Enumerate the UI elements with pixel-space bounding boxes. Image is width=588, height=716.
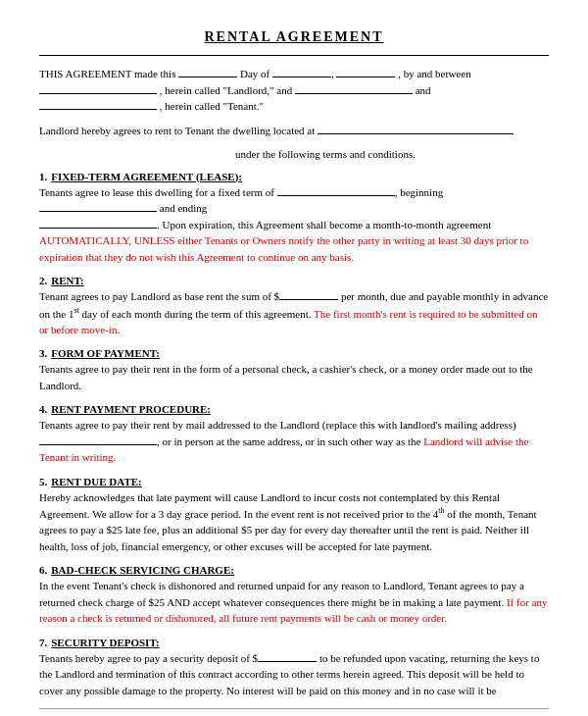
section-2-title: RENT: <box>51 275 83 286</box>
section-6a-red: If for any reason a check is returned or… <box>39 596 547 625</box>
dwelling-address-field <box>318 123 514 134</box>
section-7-title: SECURITY DEPOSIT: <box>51 637 159 648</box>
section-5-num: 5. <box>39 476 47 487</box>
section-1-red: AUTOMATICALLY, UNLESS either Tenants or … <box>39 234 528 263</box>
title-divider <box>39 55 549 56</box>
lease-start-field <box>39 200 157 212</box>
section-1-title: FIXED-TERM AGREEMENT (LEASE): <box>51 171 242 182</box>
section-1: 1. FIXED-TERM AGREEMENT (LEASE): Tenants… <box>39 171 549 266</box>
section-4-title: RENT PAYMENT PROCEDURE: <box>51 403 211 415</box>
section-2: 2. RENT: Tenant agrees to pay Landlord a… <box>39 275 549 337</box>
section-2-body: Tenant agrees to pay Landlord as base re… <box>39 288 549 337</box>
document-title-section: RENTAL AGREEMENT <box>39 29 549 45</box>
section-1-num: 1. <box>39 171 47 182</box>
intro-and2: and <box>416 84 431 96</box>
document-title: RENTAL AGREEMENT <box>39 29 549 45</box>
intro-paragraph-2: Landlord hereby agrees to rent to Tenant… <box>39 123 549 139</box>
intro-text-1: THIS AGREEMENT made this <box>39 68 175 79</box>
section-4-num: 4. <box>39 403 47 415</box>
intro-herein-tenant: , herein called "Tenant." <box>160 100 264 112</box>
section-5-body: Hereby acknowledges that late payment wi… <box>39 489 549 555</box>
section-7-body: Tenants hereby agree to pay a security d… <box>39 650 549 699</box>
section-5: 5. RENT DUE DATE: Hereby acknowledges th… <box>39 476 549 555</box>
section-3-num: 3. <box>39 347 47 359</box>
section-7: 7. SECURITY DEPOSIT: Tenants hereby agre… <box>39 637 549 699</box>
section-2-num: 2. <box>39 275 47 286</box>
intro-paragraph: THIS AGREEMENT made this Day of , , by a… <box>39 66 549 115</box>
intro-text-4: , herein called "Landlord," and <box>160 84 292 96</box>
intro-text-3: , by and between <box>398 68 471 79</box>
section-5-header: 5. RENT DUE DATE: <box>39 476 549 487</box>
deposit-amount-field <box>258 650 317 662</box>
tenant-name-field-1 <box>295 82 413 94</box>
section-4-header: 4. RENT PAYMENT PROCEDURE: <box>39 403 549 415</box>
intro-paragraph-3: under the following terms and conditions… <box>39 146 549 163</box>
section-2-red: The first month's rent is required to be… <box>39 307 537 335</box>
section-6a-header: 6. BAD-CHECK SERVICING CHARGE: <box>39 564 549 576</box>
section-1-body: Tenants agree to lease this dwelling for… <box>39 184 549 266</box>
section-7-num: 7. <box>39 637 47 648</box>
section-6a-title: BAD-CHECK SERVICING CHARGE: <box>51 564 234 576</box>
rent-amount-field <box>279 288 338 300</box>
section-7-header: 7. SECURITY DEPOSIT: <box>39 637 549 648</box>
section-6a-num: 6. <box>39 564 47 576</box>
sections-list: 1. FIXED-TERM AGREEMENT (LEASE): Tenants… <box>39 171 549 699</box>
section-2-header: 2. RENT: <box>39 275 549 286</box>
intro-text-2: Day of <box>240 68 270 79</box>
section-1-header: 1. FIXED-TERM AGREEMENT (LEASE): <box>39 171 549 182</box>
section-6a-body: In the event Tenant's check is dishonore… <box>39 578 549 627</box>
lease-term-field <box>277 184 395 196</box>
day-field <box>178 66 237 77</box>
section-3-header: 3. FORM OF PAYMENT: <box>39 347 549 359</box>
intro-text-5: Landlord hereby agrees to rent to Tenant… <box>39 125 315 136</box>
section-3: 3. FORM OF PAYMENT: Tenants agree to pay… <box>39 347 549 393</box>
month-field <box>272 66 331 77</box>
section-divider <box>39 708 549 709</box>
lease-end-field <box>39 217 157 229</box>
landlord-address-field <box>39 434 157 445</box>
section-4: 4. RENT PAYMENT PROCEDURE: Tenants agree… <box>39 403 549 466</box>
section-5-title: RENT DUE DATE: <box>51 476 142 487</box>
section-3-title: FORM OF PAYMENT: <box>51 347 160 359</box>
year-field <box>336 66 395 77</box>
landlord-name-field <box>39 82 157 94</box>
section-6a: 6. BAD-CHECK SERVICING CHARGE: In the ev… <box>39 564 549 627</box>
intro-text-6: under the following terms and conditions… <box>235 148 416 160</box>
section-4-body: Tenants agree to pay their rent by mail … <box>39 417 549 466</box>
section-3-body: Tenants agree to pay their rent in the f… <box>39 361 549 393</box>
tenant-name-field-2 <box>39 98 157 110</box>
